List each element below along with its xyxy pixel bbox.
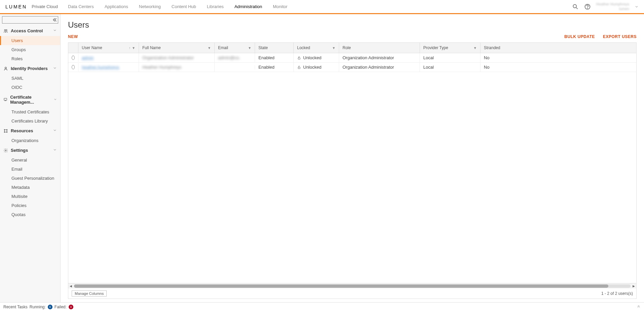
topnav-item-libraries[interactable]: Libraries xyxy=(207,0,224,13)
col-locked[interactable]: Locked ▼ xyxy=(294,43,339,53)
filter-icon[interactable]: ▼ xyxy=(473,46,477,50)
expand-tasks-icon[interactable] xyxy=(637,304,641,309)
scroll-left-icon[interactable]: ◀ xyxy=(70,284,72,288)
sidebar-item-metadata[interactable]: Metadata xyxy=(0,183,60,192)
users-grid: User Name ↑ ▼ Full Name ▼ Email ▼ State xyxy=(68,42,637,299)
filter-icon[interactable]: ▼ xyxy=(132,46,135,50)
username-link[interactable]: admin xyxy=(82,55,94,60)
manage-columns-button[interactable]: Manage Columns xyxy=(72,290,107,297)
sidebar-item-oidc[interactable]: OIDC xyxy=(0,83,60,92)
running-label: Running: xyxy=(30,305,46,309)
user-menu[interactable]: Heather Humphreys lumen xyxy=(596,2,629,11)
grid-header: User Name ↑ ▼ Full Name ▼ Email ▼ State xyxy=(68,43,636,53)
topnav-item-networking[interactable]: Networking xyxy=(139,0,161,13)
svg-point-11 xyxy=(6,132,7,132)
grid-count: 1 - 2 of 2 users(s) xyxy=(601,291,633,296)
stranded-text: No xyxy=(484,65,490,70)
sidebar-item-email[interactable]: Email xyxy=(0,165,60,174)
grid-hscroll[interactable]: ◀ ▶ xyxy=(68,283,636,288)
chevron-down-icon[interactable] xyxy=(635,3,639,10)
sidebar-group-identity-providers[interactable]: Identity Providers xyxy=(0,63,60,74)
sidebar-item-quotas[interactable]: Quotas xyxy=(0,210,60,219)
search-icon[interactable] xyxy=(572,3,579,10)
sidebar-item-general[interactable]: General xyxy=(0,156,60,165)
sidebar-item-multisite[interactable]: Multisite xyxy=(0,192,60,201)
group-icon xyxy=(3,29,8,33)
sidebar-collapse-icon[interactable] xyxy=(51,17,58,23)
scroll-thumb[interactable] xyxy=(74,284,608,288)
chevron-down-icon xyxy=(53,97,57,102)
col-fullname[interactable]: Full Name ▼ xyxy=(139,43,215,53)
svg-line-1 xyxy=(576,7,577,9)
col-username[interactable]: User Name ↑ ▼ xyxy=(78,43,139,53)
col-stranded[interactable]: Stranded xyxy=(480,43,636,53)
row-select-radio[interactable] xyxy=(72,65,75,69)
topnav-item-monitor[interactable]: Monitor xyxy=(273,0,287,13)
unlock-icon xyxy=(297,65,301,69)
scroll-right-icon[interactable]: ▶ xyxy=(633,284,635,288)
svg-point-0 xyxy=(573,4,576,8)
state-text: Enabled xyxy=(258,55,275,60)
sidebar-item-users[interactable]: Users xyxy=(0,36,60,45)
sidebar-item-groups[interactable]: Groups xyxy=(0,45,60,54)
filter-icon[interactable]: ▼ xyxy=(248,46,251,50)
col-state[interactable]: State xyxy=(255,43,294,53)
table-row[interactable]: adminOrganization Administratoradmin@co.… xyxy=(68,53,636,63)
sidebar-group-certificate-managem-[interactable]: Certificate Managem... xyxy=(0,92,60,107)
new-button[interactable]: NEW xyxy=(68,34,78,39)
provider-text: Local xyxy=(423,65,434,70)
svg-point-3 xyxy=(587,8,587,8)
group-icon xyxy=(3,97,7,102)
filter-icon[interactable]: ▼ xyxy=(208,46,211,50)
topnav-item-content-hub[interactable]: Content Hub xyxy=(172,0,196,13)
export-users-button[interactable]: EXPORT USERS xyxy=(603,34,637,39)
recent-tasks-label[interactable]: Recent Tasks xyxy=(3,305,28,309)
table-row[interactable]: heather.humphreysHeather HumphreysEnable… xyxy=(68,63,636,72)
svg-point-10 xyxy=(4,132,5,132)
col-role[interactable]: Role xyxy=(339,43,420,53)
sidebar-group-resources[interactable]: Resources xyxy=(0,126,60,136)
sidebar-item-roles[interactable]: Roles xyxy=(0,54,60,63)
role-text: Organization Administrator xyxy=(343,65,394,70)
chevron-down-icon xyxy=(53,28,57,33)
locked-text: Unlocked xyxy=(303,55,321,60)
toolbar: NEW BULK UPDATE EXPORT USERS xyxy=(68,34,637,39)
sidebar-item-certificates-library[interactable]: Certificates Library xyxy=(0,116,60,126)
sidebar: Access ControlUsersGroupsRolesIdentity P… xyxy=(0,14,61,302)
topnav-item-administration[interactable]: Administration xyxy=(235,0,262,13)
sidebar-item-organizations[interactable]: Organizations xyxy=(0,136,60,145)
running-count-badge: 0 xyxy=(48,305,52,309)
provider-text: Local xyxy=(423,55,434,60)
fullname-text: Heather Humphreys xyxy=(142,65,181,70)
topnav-item-data-centers[interactable]: Data Centers xyxy=(68,0,94,13)
topbar-right: Heather Humphreys lumen xyxy=(572,2,639,11)
logo-block: LUMEN Private Cloud xyxy=(5,4,58,9)
grid-body: adminOrganization Administratoradmin@co.… xyxy=(68,53,636,283)
sidebar-item-trusted-certificates[interactable]: Trusted Certificates xyxy=(0,107,60,116)
sidebar-search-input[interactable] xyxy=(2,16,58,24)
filter-icon[interactable]: ▼ xyxy=(332,46,335,50)
unlock-icon xyxy=(297,56,301,60)
page-title: Users xyxy=(68,20,637,30)
col-select xyxy=(68,43,78,53)
sidebar-group-access-control[interactable]: Access Control xyxy=(0,26,60,36)
row-select-radio[interactable] xyxy=(72,56,75,60)
sidebar-group-settings[interactable]: Settings xyxy=(0,145,60,156)
bulk-update-button[interactable]: BULK UPDATE xyxy=(564,34,595,39)
sort-asc-icon[interactable]: ↑ xyxy=(129,46,131,50)
role-text: Organization Administrator xyxy=(343,55,394,60)
username-link[interactable]: heather.humphreys xyxy=(82,65,119,70)
sidebar-item-policies[interactable]: Policies xyxy=(0,201,60,210)
svg-rect-13 xyxy=(298,58,300,59)
group-icon xyxy=(3,66,8,71)
sidebar-item-saml[interactable]: SAML xyxy=(0,74,60,83)
help-icon[interactable] xyxy=(584,3,591,10)
sidebar-item-guest-personalization[interactable]: Guest Personalization xyxy=(0,174,60,183)
svg-point-5 xyxy=(6,29,7,31)
col-provider[interactable]: Provider Type ▼ xyxy=(420,43,480,53)
svg-point-9 xyxy=(6,129,7,130)
col-email[interactable]: Email ▼ xyxy=(215,43,255,53)
chevron-down-icon xyxy=(53,128,57,133)
grid-footer: Manage Columns 1 - 2 of 2 users(s) xyxy=(68,288,636,299)
topnav-item-applications[interactable]: Applications xyxy=(105,0,128,13)
